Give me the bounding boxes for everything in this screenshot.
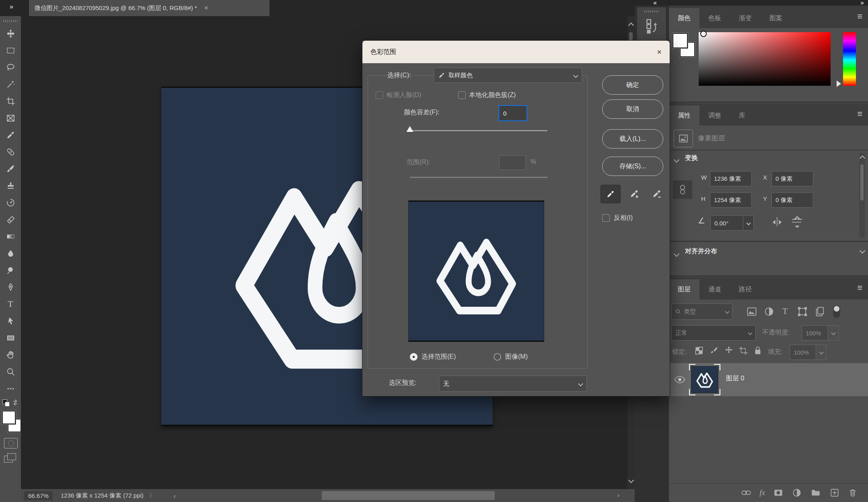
healing-brush-tool[interactable] xyxy=(3,145,18,159)
hue-strip[interactable] xyxy=(843,32,856,86)
tab-close-icon[interactable]: × xyxy=(204,4,208,12)
image-radio[interactable] xyxy=(494,353,501,361)
properties-scroll-down-icon[interactable] xyxy=(860,248,865,254)
blur-tool[interactable] xyxy=(3,246,18,260)
layer-thumbnail[interactable] xyxy=(691,366,718,393)
rectangle-tool[interactable] xyxy=(3,331,18,345)
layer-name[interactable]: 图层 0 xyxy=(726,374,744,383)
screen-mode-button[interactable] xyxy=(4,453,17,464)
frame-tool[interactable] xyxy=(3,111,18,125)
lock-transparency-icon[interactable] xyxy=(694,345,704,356)
tab-gradients[interactable]: 渐变 xyxy=(730,8,761,28)
flip-horizontal-icon[interactable] xyxy=(770,215,784,229)
hue-slider-arrow[interactable] xyxy=(837,81,841,87)
history-panel-icon[interactable] xyxy=(644,17,660,36)
layer-row[interactable]: 图层 0 xyxy=(669,363,868,396)
status-options-icon[interactable]: 〉 xyxy=(149,492,155,500)
lock-all-icon[interactable] xyxy=(753,345,763,356)
toolbar-collapse-icon[interactable]: » xyxy=(10,3,12,10)
localized-clusters-checkbox[interactable] xyxy=(458,91,466,99)
selection-preview-image[interactable] xyxy=(408,200,544,342)
more-tools[interactable] xyxy=(3,382,18,395)
fill-field[interactable]: 100% xyxy=(790,345,816,360)
new-group-folder-icon[interactable] xyxy=(810,488,821,498)
zoom-tool[interactable] xyxy=(3,365,18,378)
color-saturation-box[interactable] xyxy=(699,32,831,86)
properties-panel-menu-icon[interactable]: ≡ xyxy=(857,109,862,119)
tab-properties[interactable]: 属性 xyxy=(669,105,699,126)
layer-style-fx-icon[interactable]: fx xyxy=(759,488,765,497)
tab-adjustments[interactable]: 调整 xyxy=(699,105,730,126)
load-button[interactable]: 载入(L)... xyxy=(602,129,663,149)
dock-collapse-icon[interactable]: « xyxy=(653,0,656,6)
angle-field[interactable]: 0.00° xyxy=(710,215,743,231)
opacity-field[interactable]: 100% xyxy=(802,325,828,341)
link-layers-icon[interactable] xyxy=(741,488,751,498)
filter-toggle-pill[interactable] xyxy=(833,305,840,318)
layer-visibility-eye-icon[interactable] xyxy=(674,375,686,384)
filter-type-layers-icon[interactable]: T xyxy=(782,306,788,316)
filter-smart-objects-icon[interactable] xyxy=(815,306,826,317)
properties-scroll-up-icon[interactable] xyxy=(860,155,865,161)
document-tab[interactable]: 微信图片_20240827095029.jpg @ 66.7% (图层 0, R… xyxy=(29,0,269,16)
y-field[interactable]: 0 像素 xyxy=(771,192,813,208)
clone-stamp-tool[interactable] xyxy=(3,179,18,192)
opacity-dropdown-button[interactable] xyxy=(828,325,839,341)
detect-faces-checkbox[interactable] xyxy=(376,91,383,99)
angle-dropdown-button[interactable] xyxy=(743,215,754,231)
eyedropper-sample-button[interactable] xyxy=(601,185,621,203)
brush-tool[interactable] xyxy=(3,162,18,176)
flip-vertical-icon[interactable] xyxy=(790,215,804,229)
filter-pixel-layers-icon[interactable] xyxy=(746,306,757,317)
type-tool[interactable]: T xyxy=(3,297,18,311)
hscroll-right-icon[interactable]: › xyxy=(617,492,619,498)
eyedropper-add-button[interactable] xyxy=(625,185,644,202)
delete-layer-trash-icon[interactable] xyxy=(848,488,858,498)
transform-section-chevron[interactable] xyxy=(675,156,679,163)
path-selection-tool[interactable] xyxy=(3,314,18,328)
scroll-up-icon[interactable] xyxy=(628,23,634,28)
properties-scroll-thumb[interactable] xyxy=(860,164,864,200)
tab-patterns[interactable]: 图案 xyxy=(761,8,791,28)
new-layer-icon[interactable] xyxy=(829,488,840,498)
pen-tool[interactable] xyxy=(3,280,18,294)
dialog-close-icon[interactable]: × xyxy=(657,48,662,57)
history-brush-tool[interactable] xyxy=(3,196,18,209)
default-colors-icon[interactable] xyxy=(2,399,10,407)
height-field[interactable]: 1254 像素 xyxy=(710,192,752,208)
dialog-title-bar[interactable]: 色彩范围 × xyxy=(362,41,670,63)
filter-shape-layers-icon[interactable] xyxy=(797,306,808,317)
gradient-tool[interactable] xyxy=(3,229,18,243)
select-dropdown[interactable]: 取样颜色 xyxy=(434,68,582,83)
ok-button[interactable]: 确定 xyxy=(602,75,663,95)
fuzziness-slider-track[interactable] xyxy=(410,130,547,131)
lock-pixels-icon[interactable] xyxy=(709,345,720,356)
hscroll-left-icon[interactable]: ‹ xyxy=(174,492,176,499)
eraser-tool[interactable] xyxy=(3,213,18,226)
layer-filter-select[interactable]: 类型 xyxy=(671,304,732,320)
blend-mode-select[interactable]: 正常 xyxy=(671,325,756,341)
tab-layers[interactable]: 图层 xyxy=(669,279,699,300)
hand-tool[interactable] xyxy=(3,348,18,362)
lock-artboard-icon[interactable] xyxy=(738,345,749,356)
dock-panel-card[interactable] xyxy=(637,7,666,43)
cancel-button[interactable]: 取消 xyxy=(602,99,663,119)
lasso-tool[interactable] xyxy=(3,60,18,74)
scroll-down-icon[interactable] xyxy=(628,477,634,483)
move-tool[interactable] xyxy=(3,27,18,40)
horizontal-scroll-thumb[interactable] xyxy=(322,491,495,500)
properties-scrollbar[interactable] xyxy=(859,153,865,238)
save-button[interactable]: 存储(S)... xyxy=(602,157,663,176)
toolbar-grip[interactable] xyxy=(3,20,18,22)
tab-libraries[interactable]: 库 xyxy=(730,105,754,126)
layers-panel-menu-icon[interactable]: ≡ xyxy=(857,283,862,293)
lock-position-icon[interactable] xyxy=(724,345,734,356)
crop-tool[interactable] xyxy=(3,94,18,108)
selection-preview-dropdown[interactable]: 无 xyxy=(439,376,587,392)
swap-colors-icon[interactable] xyxy=(11,399,19,407)
selection-radio[interactable] xyxy=(410,353,418,361)
zoom-level[interactable]: 66.67% xyxy=(24,491,53,500)
dodge-tool[interactable] xyxy=(3,263,18,277)
tab-swatches[interactable]: 色板 xyxy=(699,8,730,28)
fuzziness-slider-thumb[interactable] xyxy=(406,126,413,132)
